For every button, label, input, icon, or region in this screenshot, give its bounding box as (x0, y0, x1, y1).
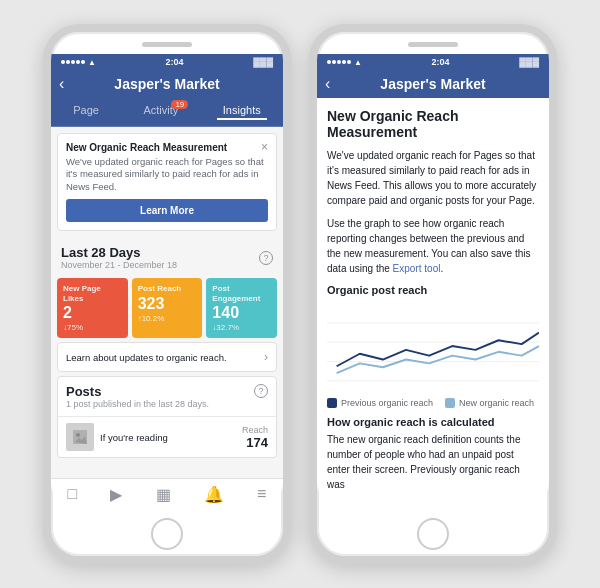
detail-title: New Organic Reach Measurement (327, 108, 539, 140)
posts-title-area: Posts 1 post published in the last 28 da… (66, 384, 209, 409)
post-image-icon (73, 430, 87, 444)
nav-bar-right: ‹ Jasper's Market (317, 70, 549, 98)
back-button-right[interactable]: ‹ (325, 75, 330, 93)
nav-bar-left: ‹ Jasper's Market (51, 70, 283, 98)
how-section-title: How organic reach is calculated (327, 416, 539, 428)
chart-legend: Previous organic reach New organic reach (327, 398, 539, 408)
status-left-right: ▲ (327, 58, 362, 67)
nav-title-right: Jasper's Market (380, 76, 485, 92)
status-time-left: 2:04 (166, 57, 184, 67)
stats-help-icon[interactable]: ? (259, 251, 273, 265)
page-nav-icon[interactable]: □ (68, 485, 78, 504)
notification-title: New Organic Reach Measurement (66, 142, 268, 153)
stat-value-likes: 2 (63, 305, 122, 321)
stat-card-engagement: Post Engagement 140 ↓32.7% (206, 278, 277, 338)
stat-change-likes: ↓75% (63, 323, 122, 332)
legend-dot-new (445, 398, 455, 408)
detail-para-2: Use the graph to see how organic reach r… (327, 216, 539, 276)
post-thumbnail (66, 423, 94, 451)
nav-title-left: Jasper's Market (114, 76, 219, 92)
home-button-right[interactable] (417, 518, 449, 550)
menu-nav-icon[interactable]: ≡ (257, 485, 266, 504)
stats-section-header: Last 28 Days November 21 - December 18 ? (51, 237, 283, 274)
stat-change-reach: ↑10.2% (138, 314, 197, 323)
legend-label-previous: Previous organic reach (341, 398, 433, 408)
post-reach-label: Reach (242, 425, 268, 435)
stat-label-reach: Post Reach (138, 284, 197, 294)
stat-value-reach: 323 (138, 296, 197, 312)
activity-badge: 19 (171, 100, 188, 109)
status-right-left: ▓▓▓ (253, 57, 273, 67)
left-phone-inner: ▲ 2:04 ▓▓▓ ‹ Jasper's Market Page Activi… (51, 54, 283, 510)
battery-icon: ▓▓▓ (253, 57, 273, 67)
chart-area (327, 302, 539, 392)
how-section-text: The new organic reach definition counts … (327, 432, 539, 492)
left-content: New Organic Reach Measurement We've upda… (51, 127, 283, 478)
post-reach-value: 174 (242, 435, 268, 450)
detail-content: New Organic Reach Measurement We've upda… (317, 98, 549, 510)
posts-title: Posts (66, 384, 209, 399)
stats-section-title-area: Last 28 Days November 21 - December 18 (61, 245, 177, 270)
signal-icon (61, 60, 85, 64)
wifi-icon-right: ▲ (354, 58, 362, 67)
status-time-right: 2:04 (432, 57, 450, 67)
stats-section-subtitle: November 21 - December 18 (61, 260, 177, 270)
status-left: ▲ (61, 58, 96, 67)
battery-icon-right: ▓▓▓ (519, 57, 539, 67)
detail-para-1: We've updated organic reach for Pages so… (327, 148, 539, 208)
organic-reach-chart (327, 302, 539, 392)
tab-activity[interactable]: Activity 19 (137, 102, 184, 120)
video-nav-icon[interactable]: ▶ (110, 485, 122, 504)
close-button[interactable]: × (261, 140, 268, 154)
chart-label: Organic post reach (327, 284, 539, 296)
status-right-right: ▓▓▓ (519, 57, 539, 67)
status-bar-left: ▲ 2:04 ▓▓▓ (51, 54, 283, 70)
signal-icon-right (327, 60, 351, 64)
status-bar-right: ▲ 2:04 ▓▓▓ (317, 54, 549, 70)
legend-dot-previous (327, 398, 337, 408)
organic-reach-link[interactable]: Learn about updates to organic reach. › (57, 342, 277, 372)
home-button-left[interactable] (151, 518, 183, 550)
notification-text: We've updated organic reach for Pages so… (66, 156, 268, 193)
chevron-right-icon: › (264, 350, 268, 364)
organic-reach-text: Learn about updates to organic reach. (66, 352, 227, 363)
stat-card-likes: New Page Likes 2 ↓75% (57, 278, 128, 338)
stat-card-reach: Post Reach 323 ↑10.2% (132, 278, 203, 338)
legend-new: New organic reach (445, 398, 534, 408)
post-reach-area: Reach 174 (242, 425, 268, 450)
post-row[interactable]: If you're reading Reach 174 (58, 417, 276, 457)
bottom-nav-left: □ ▶ ▦ 🔔 ≡ (51, 478, 283, 510)
posts-header: Posts 1 post published in the last 28 da… (58, 377, 276, 417)
tab-bar-left: Page Activity 19 Insights (51, 98, 283, 127)
phones-container: ▲ 2:04 ▓▓▓ ‹ Jasper's Market Page Activi… (23, 4, 577, 584)
stat-value-engagement: 140 (212, 305, 271, 321)
posts-section: Posts 1 post published in the last 28 da… (57, 376, 277, 458)
back-button-left[interactable]: ‹ (59, 75, 64, 93)
tab-page[interactable]: Page (67, 102, 105, 120)
stat-label-engagement: Post Engagement (212, 284, 271, 303)
right-phone: ▲ 2:04 ▓▓▓ ‹ Jasper's Market New Organic… (309, 24, 557, 564)
left-phone: ▲ 2:04 ▓▓▓ ‹ Jasper's Market Page Activi… (43, 24, 291, 564)
wifi-icon: ▲ (88, 58, 96, 67)
posts-subtitle: 1 post published in the last 28 days. (66, 399, 209, 409)
stats-section-title: Last 28 Days (61, 245, 177, 260)
export-tool-link[interactable]: Export tool (393, 263, 441, 274)
tab-insights[interactable]: Insights (217, 102, 267, 120)
calendar-nav-icon[interactable]: ▦ (156, 485, 171, 504)
bell-nav-icon[interactable]: 🔔 (204, 485, 224, 504)
notification-box: New Organic Reach Measurement We've upda… (57, 133, 277, 231)
stats-row: New Page Likes 2 ↓75% Post Reach 323 ↑10… (57, 278, 277, 338)
post-text: If you're reading (100, 432, 236, 443)
stat-label-likes: New Page Likes (63, 284, 122, 303)
posts-help-icon[interactable]: ? (254, 384, 268, 398)
learn-more-button[interactable]: Learn More (66, 199, 268, 222)
stat-change-engagement: ↓32.7% (212, 323, 271, 332)
right-phone-inner: ▲ 2:04 ▓▓▓ ‹ Jasper's Market New Organic… (317, 54, 549, 510)
svg-point-1 (76, 433, 80, 437)
legend-previous: Previous organic reach (327, 398, 433, 408)
legend-label-new: New organic reach (459, 398, 534, 408)
